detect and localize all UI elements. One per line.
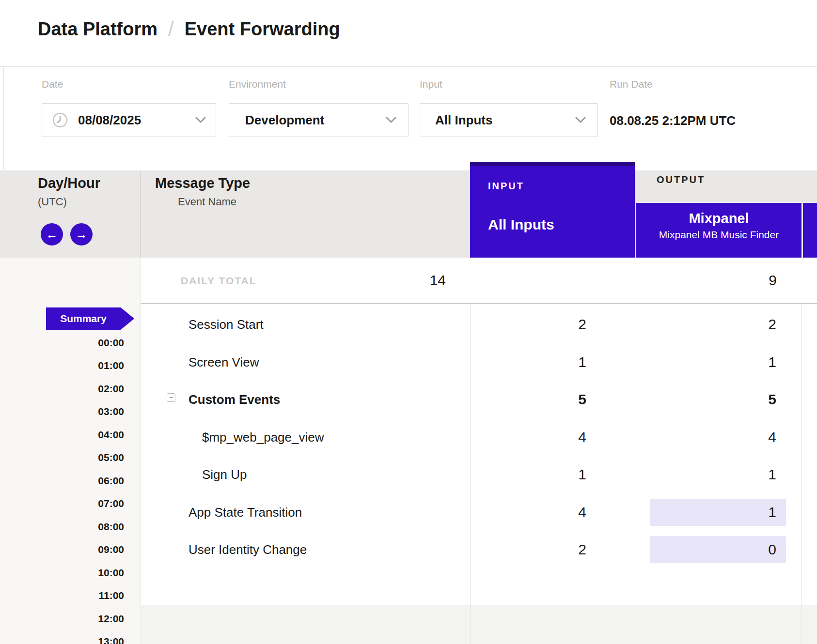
date-value: 08/08/2025 [78,113,141,128]
output-column-header[interactable]: Mixpanel Mixpanel MB Music Finder [636,203,801,258]
input-value: All Inputs [435,113,492,128]
hour-item-03[interactable]: 03:00 [0,405,124,418]
input-filter-label: Input [420,78,442,90]
hour-item-11[interactable]: 11:00 [0,589,124,602]
hour-item-01[interactable]: 01:00 [0,359,124,372]
chevron-down-icon [386,117,396,123]
breadcrumb-separator: / [168,17,174,41]
table-row-app-state-transition: App State Transition 4 1 [141,493,817,531]
input-dropdown[interactable]: All Inputs [420,103,598,137]
minus-square-icon[interactable]: − [167,393,175,402]
output-count: 1 [634,466,801,483]
event-label: Screen View [189,355,259,370]
input-count: 4 [470,504,611,521]
input-group-label: INPUT [488,181,524,192]
event-label: Sign Up [202,467,247,482]
event-label: Custom Events [189,392,280,407]
clock-icon [52,112,68,128]
daily-total-label: DAILY TOTAL [181,275,257,287]
hour-item-04[interactable]: 04:00 [0,428,124,442]
event-label: Session Start [189,317,264,332]
prev-day-button[interactable]: ← [41,223,63,245]
event-label: User Identity Change [189,542,307,557]
date-filter-label: Date [42,78,63,90]
output-count: 0 [634,541,801,558]
output-column-subtitle: Mixpanel MB Music Finder [636,229,801,241]
output-count: 5 [634,391,801,408]
output-count: 1 [634,504,801,521]
input-column-name: All Inputs [488,216,554,233]
hour-item-05[interactable]: 05:00 [0,451,124,464]
daily-total-output-value: 9 [635,272,801,289]
output-group-label: OUTPUT [657,174,705,185]
input-count: 1 [470,466,611,483]
arrow-left-icon: ← [46,228,58,242]
day-hour-subtitle: (UTC) [38,196,67,208]
output-count: 1 [634,354,801,370]
hour-item-12[interactable]: 12:00 [0,612,124,626]
hour-item-09[interactable]: 09:00 [0,543,124,556]
table-row-screen-view: Screen View 1 1 [141,343,817,381]
table-footer-area [141,605,817,644]
hour-item-06[interactable]: 06:00 [0,474,124,488]
run-date-label: Run Date [610,78,653,90]
hour-item-07[interactable]: 07:00 [0,497,124,510]
hour-item-08[interactable]: 08:00 [0,520,124,534]
environment-dropdown[interactable]: Development [229,103,408,137]
message-type-subtitle: Event Name [178,196,236,208]
hour-item-00[interactable]: 00:00 [0,336,124,350]
output-count: 2 [634,316,801,333]
chevron-down-icon [575,117,586,123]
environment-filter-label: Environment [229,78,286,90]
daily-total-input-value: 14 [330,272,470,289]
table-row-mp-web-page-view: $mp_web_page_view 4 4 [141,418,817,456]
daily-total-row: DAILY TOTAL 14 9 [141,258,817,304]
next-day-button[interactable]: → [70,223,93,245]
event-rows: Session Start 2 2 Screen View 1 1 − Cust… [141,304,817,605]
table-row-custom-events: − Custom Events 5 5 [141,381,817,418]
event-forwarding-page: Data Platform / Event Forwarding Date En… [0,0,817,644]
message-type-header: Message Type [155,175,250,191]
run-date-value: 08.08.25 2:12PM UTC [610,113,736,128]
input-count: 1 [470,354,611,370]
input-count: 2 [470,541,611,558]
breadcrumb: Data Platform / Event Forwarding [38,17,340,41]
table-row-sign-up: Sign Up 1 1 [141,456,817,493]
event-label: $mp_web_page_view [202,430,324,445]
table-row-session-start: Session Start 2 2 [141,306,817,343]
output-column-name: Mixpanel [636,211,801,227]
summary-selected-badge[interactable]: Summary [46,307,134,330]
input-count: 4 [470,429,611,445]
event-label: App State Transition [189,505,302,520]
output-count: 4 [634,429,801,445]
input-count: 5 [470,391,611,408]
breadcrumb-parent[interactable]: Data Platform [38,19,157,40]
date-dropdown[interactable]: 08/08/2025 [42,103,216,137]
chevron-down-icon [195,117,206,123]
hour-item-13[interactable]: 13:00 [0,635,124,644]
top-bar: Data Platform / Event Forwarding [0,0,817,67]
table-row-user-identity-change: User Identity Change 2 0 [141,531,817,568]
column-divider [141,170,141,258]
arrow-right-icon: → [76,228,88,242]
input-column-header[interactable]: INPUT All Inputs [470,162,635,258]
input-count: 2 [470,316,611,333]
hour-item-10[interactable]: 10:00 [0,566,124,580]
environment-value: Development [245,113,324,128]
summary-label: Summary [60,313,107,324]
hour-item-02[interactable]: 02:00 [0,382,124,396]
page-title: Event Forwarding [185,19,340,40]
day-hour-header: Day/Hour [38,175,100,191]
next-output-column-header[interactable] [803,203,817,258]
